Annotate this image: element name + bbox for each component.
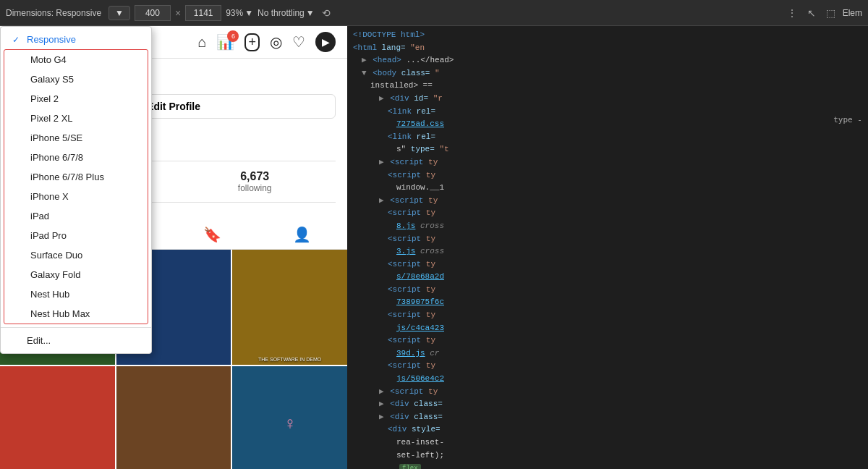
- dropdown-label-responsive: Responsive: [27, 34, 76, 45]
- dropdown-label-nest-hub-max: Nest Hub Max: [30, 308, 90, 319]
- dropdown-item-nest-hub[interactable]: Nest Hub: [4, 284, 148, 304]
- dropdown-item-iphone-678-plus[interactable]: iPhone 6/7/8 Plus: [4, 167, 148, 187]
- html-line-div-class1: ▶ <div class=: [353, 398, 862, 411]
- html-line-css1: 7275ad.css: [353, 118, 862, 131]
- html-line-div-r: ▶ <div id= "r: [353, 93, 862, 106]
- html-line-link1: <link rel=: [353, 106, 862, 119]
- html-line-script6: <script ty: [353, 258, 862, 271]
- rotate-button[interactable]: ⟲: [319, 6, 333, 20]
- inspect-button[interactable]: ↖: [804, 6, 819, 20]
- dropdown-item-ipad-pro[interactable]: iPad Pro: [4, 226, 148, 245]
- dropdown-item-iphone-678[interactable]: iPhone 6/7/8: [4, 148, 148, 167]
- viewport-panel: ✓ Responsive Moto G4 Galaxy S5 Pixel 2: [0, 26, 347, 469]
- ig-add-icon[interactable]: +: [244, 33, 260, 51]
- ig-nav-icons: ⌂ 📊 6 + ◎ ♡ ▶: [197, 32, 336, 52]
- zoom-button[interactable]: 93% ▼: [226, 8, 253, 18]
- html-line-7389: 7389075f6c: [353, 296, 862, 309]
- html-line-script10: <script ty: [353, 360, 862, 373]
- dropdown-label-iphone-5se: iPhone 5/SE: [30, 132, 82, 143]
- ig-following-label: following: [238, 183, 272, 193]
- dropdown-label-galaxy-s5: Galaxy S5: [30, 74, 74, 85]
- dropdown-item-galaxy-fold[interactable]: Galaxy Fold: [4, 265, 148, 284]
- html-line-3js: 3.js cross: [353, 245, 862, 258]
- device-dropdown: ✓ Responsive Moto G4 Galaxy S5 Pixel 2: [0, 26, 152, 354]
- ig-profile-icon[interactable]: ▶: [315, 32, 336, 52]
- toggle-panel-button[interactable]: ⬚: [823, 6, 838, 20]
- dropdown-label-moto-g4: Moto G4: [30, 54, 67, 65]
- html-line-script7: <script ty: [353, 284, 862, 297]
- ig-explore-icon[interactable]: ◎: [270, 33, 282, 51]
- dropdown-item-surface-duo[interactable]: Surface Duo: [4, 245, 148, 265]
- dropdown-item-responsive[interactable]: ✓ Responsive: [1, 30, 151, 49]
- dropdown-item-ipad[interactable]: iPad: [4, 206, 148, 226]
- html-line-set-left: set-left);: [353, 449, 862, 462]
- check-icon: ✓: [12, 35, 22, 45]
- dropdown-label-edit: Edit...: [27, 335, 51, 346]
- ig-following-count: 6,673: [238, 170, 272, 183]
- device-group: Moto G4 Galaxy S5 Pixel 2 Pixel 2 XL iPh…: [4, 49, 148, 324]
- ig-heart-icon[interactable]: ♡: [292, 33, 305, 51]
- ig-tab-bookmark[interactable]: 🔖: [203, 226, 221, 243]
- html-line-div-style: <div style=: [353, 423, 862, 436]
- ig-tab-tag[interactable]: 👤: [293, 226, 311, 243]
- height-input[interactable]: [185, 5, 221, 21]
- ig-following-stat: 6,673 following: [238, 170, 272, 193]
- html-line-html: <html lang= "en: [353, 42, 862, 55]
- dimensions-dropdown-btn[interactable]: ▼: [109, 6, 130, 20]
- rotate-icon: ⟲: [322, 7, 331, 19]
- html-line-script5: <script ty: [353, 233, 862, 246]
- html-line-rea-inset: rea-inset-: [353, 436, 862, 449]
- dropdown-label-surface-duo: Surface Duo: [30, 250, 82, 261]
- grid-item-3: THE SOFTWARE IN DEMO: [232, 250, 347, 365]
- throttle-value: No throttling: [258, 8, 305, 18]
- dropdown-item-moto-g4[interactable]: Moto G4: [4, 50, 148, 69]
- dropdown-label-ipad-pro: iPad Pro: [30, 230, 67, 241]
- type-label: type -: [833, 115, 862, 124]
- dropdown-item-iphone-x[interactable]: iPhone X: [4, 187, 148, 206]
- devtools-html-content: <!DOCTYPE html> <html lang= "en ▶ <head>…: [347, 26, 868, 469]
- dropdown-label-pixel-2: Pixel 2: [30, 93, 59, 104]
- devtools-toolbar: Dimensions: Responsive ▼ × 93% ▼ No thro…: [0, 0, 868, 26]
- dimensions-label: Dimensions: Responsive: [6, 8, 101, 18]
- html-line-script1: ▶ <script ty: [353, 156, 862, 169]
- html-line-installed: installed> ==: [353, 80, 862, 93]
- html-line-script2: <script ty: [353, 169, 862, 182]
- grid-item-4: THE SOFTWARE IN DEMO: [0, 366, 115, 469]
- width-input[interactable]: [135, 5, 171, 21]
- ig-activity-badge: 6: [227, 30, 239, 42]
- html-line-script3: ▶ <script ty: [353, 195, 862, 208]
- html-line-506e: js/506e4c2: [353, 373, 862, 386]
- html-line-type-s: s" type= "t: [353, 143, 862, 156]
- more-icon: ⋮: [787, 7, 797, 19]
- ig-home-icon[interactable]: ⌂: [197, 34, 206, 51]
- grid-item-5: [116, 366, 231, 469]
- toggle-icon: ⬚: [826, 7, 835, 19]
- html-line-div-class2: ▶ <div class=: [353, 411, 862, 424]
- main-content: ✓ Responsive Moto G4 Galaxy S5 Pixel 2: [0, 26, 868, 469]
- dropdown-divider: [1, 327, 151, 328]
- dimension-separator: ×: [175, 7, 181, 19]
- ig-activity-icon[interactable]: 📊 6: [216, 33, 234, 51]
- html-line-78e: s/78e68a2d: [353, 271, 862, 284]
- more-options-button[interactable]: ⋮: [784, 6, 800, 20]
- dropdown-item-pixel-2[interactable]: Pixel 2: [4, 89, 148, 109]
- dropdown-item-galaxy-s5[interactable]: Galaxy S5: [4, 69, 148, 89]
- html-line-script9: <script ty: [353, 334, 862, 347]
- dropdown-item-pixel-2-xl[interactable]: Pixel 2 XL: [4, 109, 148, 128]
- html-line-39d: 39d.js cr: [353, 347, 862, 360]
- dropdown-item-nest-hub-max[interactable]: Nest Hub Max: [4, 304, 148, 324]
- dropdown-label-pixel-2-xl: Pixel 2 XL: [30, 113, 73, 124]
- html-line-flex-badge-container: flex: [353, 462, 862, 469]
- throttle-button[interactable]: No throttling ▼: [258, 8, 315, 18]
- devtools-title-partial: Elem: [843, 8, 862, 18]
- devtools-panel: <!DOCTYPE html> <html lang= "en ▶ <head>…: [347, 26, 868, 469]
- html-line-c4ca: js/c4ca423: [353, 322, 862, 335]
- html-line-script8: <script ty: [353, 309, 862, 322]
- html-line-window: window.__1: [353, 182, 862, 195]
- html-line-head: ▶ <head> ...</head>: [353, 54, 862, 67]
- dropdown-item-edit[interactable]: Edit...: [1, 331, 151, 350]
- inspect-icon: ↖: [807, 7, 816, 19]
- html-line-script4: <script ty: [353, 207, 862, 220]
- dropdown-item-iphone-5se[interactable]: iPhone 5/SE: [4, 128, 148, 148]
- flex-badge: flex: [399, 464, 421, 469]
